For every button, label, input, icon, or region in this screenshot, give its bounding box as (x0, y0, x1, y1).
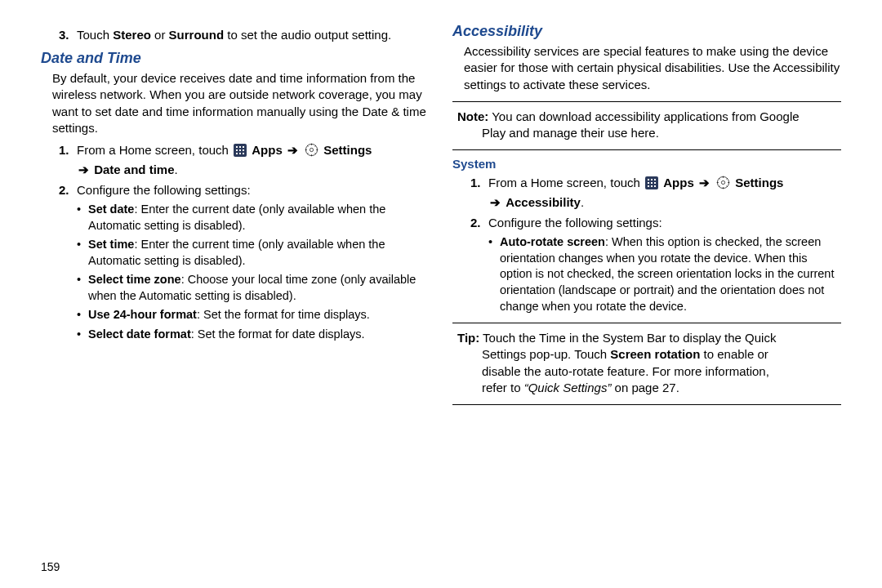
bold-text: Settings (323, 143, 372, 157)
right-column: Accessibility Accessibility services are… (441, 23, 853, 572)
list-item: • Select date format: Set the format for… (77, 327, 430, 343)
settings-gear-icon (716, 176, 730, 194)
list-item: • Use 24-hour format: Set the format for… (77, 307, 430, 323)
bold-text: Accessibility (506, 195, 581, 209)
cross-reference: “Quick Settings” (524, 381, 612, 394)
left-column: 3. Touch Stereo or Surround to set the a… (29, 23, 441, 572)
text: : Set the format for date displays. (191, 327, 365, 341)
text: Touch (77, 28, 113, 42)
text: disable the auto-rotate feature. For mor… (457, 363, 841, 380)
divider (452, 101, 841, 102)
paragraph: By default, your device receives date an… (52, 70, 430, 136)
section-heading-date-time: Date and Time (41, 50, 430, 67)
text: Settings pop-up. Touch (482, 347, 610, 361)
bold-text: Date and time (94, 163, 174, 176)
text: You can download accessibility applicati… (488, 109, 799, 123)
apps-grid-icon (645, 176, 658, 189)
list-body: Set date: Enter the current date (only a… (88, 202, 430, 234)
list-number: 2. (59, 181, 77, 198)
list-item: 1. From a Home screen, touch Apps ➔ Sett… (59, 141, 430, 178)
bold-text: Select date format (88, 327, 191, 341)
manual-page: 3. Touch Stereo or Surround to set the a… (0, 0, 882, 588)
list-item: • Set date: Enter the current date (only… (77, 202, 430, 234)
svg-point-11 (721, 181, 724, 185)
svg-point-1 (310, 148, 313, 151)
section-heading-accessibility: Accessibility (452, 23, 841, 40)
bold-text: Auto-rotate screen (500, 235, 605, 248)
bullet-icon: • (77, 272, 88, 288)
tip-label: Tip: (457, 331, 479, 345)
text: Touch the Time in the System Bar to disp… (479, 331, 776, 345)
text: From a Home screen, touch (77, 143, 232, 157)
list-body: Touch Stereo or Surround to set the audi… (77, 26, 430, 43)
list-item: 2. Configure the following settings: (59, 181, 430, 198)
bullet-icon: • (77, 307, 88, 323)
arrow-icon: ➔ (286, 143, 300, 157)
list-body: Set time: Enter the current time (only a… (88, 237, 430, 269)
bold-text: Apps (252, 143, 283, 157)
bold-text: Stereo (113, 28, 151, 42)
text: . (175, 163, 178, 176)
bullet-icon: • (77, 237, 88, 253)
text: From a Home screen, touch (488, 176, 644, 189)
bold-text: Use 24-hour format (88, 308, 197, 321)
list-body: Select time zone: Choose your local time… (88, 272, 430, 304)
bold-text: Settings (735, 176, 783, 189)
text: refer to (482, 381, 524, 394)
list-body: From a Home screen, touch Apps ➔ Setting… (488, 174, 841, 211)
text: Play and manage their use here. (457, 125, 841, 141)
text: . (581, 195, 584, 209)
subheading-system: System (452, 157, 841, 171)
list-body: Auto-rotate screen: When this option is … (500, 234, 841, 314)
list-body: Use 24-hour format: Set the format for t… (88, 307, 430, 323)
bold-text: Set time (88, 238, 134, 251)
list-body: Select date format: Set the format for d… (88, 327, 430, 343)
text-line: refer to “Quick Settings” on page 27. (457, 380, 841, 396)
arrow-icon: ➔ (488, 195, 502, 209)
list-item: • Auto-rotate screen: When this option i… (488, 234, 841, 314)
note-block: Note: You can download accessibility app… (452, 109, 841, 142)
list-number: 3. (59, 26, 77, 43)
bold-text: Set date (88, 203, 134, 216)
divider (452, 149, 841, 150)
list-item: • Set time: Enter the current time (only… (77, 237, 430, 269)
bold-text: Apps (663, 176, 694, 189)
bullet-icon: • (77, 327, 88, 343)
arrow-icon: ➔ (77, 163, 91, 176)
list-body: Configure the following settings: (488, 214, 841, 231)
text: : Set the format for time displays. (197, 308, 370, 321)
list-item: 2. Configure the following settings: (470, 214, 841, 231)
list-body: From a Home screen, touch Apps ➔ Setting… (77, 141, 430, 178)
list-number: 1. (470, 174, 488, 191)
tip-block: Tip: Touch the Time in the System Bar to… (452, 330, 841, 396)
list-item: 1. From a Home screen, touch Apps ➔ Sett… (470, 174, 841, 211)
text: to set the audio output setting. (224, 28, 391, 42)
list-item: • Select time zone: Choose your local ti… (77, 272, 430, 304)
bold-text: Screen rotation (610, 347, 700, 361)
list-number: 1. (59, 141, 77, 158)
page-number: 159 (41, 560, 60, 573)
divider (452, 323, 841, 323)
text: to enable or (700, 347, 768, 361)
bullet-icon: • (77, 202, 88, 218)
apps-grid-icon (234, 144, 247, 157)
note-label: Note: (457, 109, 488, 123)
bullet-icon: • (488, 234, 500, 251)
text: on page 27. (611, 381, 679, 394)
divider (452, 404, 841, 405)
text-line: Settings pop-up. Touch Screen rotation t… (457, 346, 841, 363)
bold-text: Select time zone (88, 273, 181, 286)
paragraph: Accessibility services are special featu… (464, 43, 841, 93)
list-item: 3. Touch Stereo or Surround to set the a… (59, 26, 430, 43)
settings-gear-icon (305, 143, 318, 161)
list-number: 2. (470, 214, 488, 231)
arrow-icon: ➔ (697, 176, 711, 189)
bold-text: Surround (169, 28, 225, 42)
list-body: Configure the following settings: (77, 181, 430, 198)
text: or (151, 28, 169, 42)
